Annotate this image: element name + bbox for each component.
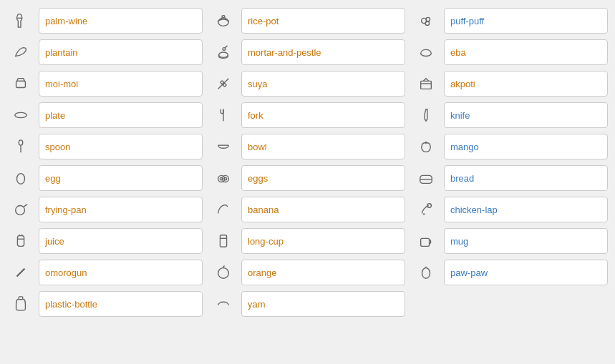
svg-rect-7 [16, 81, 26, 87]
svg-point-22 [224, 177, 227, 180]
mortar-and-pestle-icon [210, 39, 237, 66]
food-item-fork [210, 102, 405, 129]
yam-input[interactable] [241, 291, 405, 317]
svg-line-34 [17, 269, 25, 277]
paw-paw-input[interactable] [444, 260, 608, 285]
palm-wine-icon [7, 7, 34, 34]
orange-input[interactable] [241, 260, 405, 285]
svg-rect-31 [220, 235, 226, 247]
juice-icon [7, 227, 34, 255]
svg-rect-11 [421, 81, 432, 89]
svg-line-25 [24, 205, 27, 207]
bowl-input[interactable] [241, 134, 405, 159]
rice-pot-icon [210, 7, 237, 34]
svg-rect-1 [222, 16, 225, 18]
food-items-grid [7, 7, 608, 318]
moi-moi-input[interactable] [39, 71, 203, 97]
fork-input[interactable] [241, 102, 405, 128]
svg-point-4 [425, 21, 430, 25]
juice-input[interactable] [39, 228, 203, 254]
akpoti-input[interactable] [444, 71, 608, 97]
svg-point-24 [16, 206, 25, 215]
mango-icon [412, 133, 440, 160]
food-item-bowl [210, 133, 405, 160]
food-item-palm-wine [7, 7, 203, 34]
mango-input[interactable] [444, 134, 608, 159]
svg-point-6 [223, 48, 226, 51]
mug-icon [412, 227, 440, 255]
svg-point-18 [17, 174, 25, 185]
food-item-plastic-bottle [7, 290, 203, 318]
svg-point-5 [219, 52, 228, 57]
frying-pan-icon [7, 196, 34, 223]
long-cup-icon [210, 227, 237, 255]
knife-input[interactable] [444, 102, 608, 128]
long-cup-input[interactable] [241, 228, 405, 254]
fork-icon [210, 102, 237, 129]
omorogun-icon [7, 259, 34, 286]
food-item-frying-pan [7, 196, 203, 223]
bread-input[interactable] [444, 165, 608, 191]
food-item-plantain [7, 39, 203, 66]
food-item-knife [412, 102, 608, 129]
moi-moi-icon [7, 70, 34, 97]
plantain-input[interactable] [39, 39, 203, 65]
food-item-spoon [7, 133, 203, 160]
food-item-moi-moi [7, 70, 203, 97]
plastic-bottle-icon [7, 290, 34, 318]
food-item-chicken-lap [412, 196, 608, 223]
plastic-bottle-input[interactable] [39, 291, 203, 317]
food-item-suya [210, 70, 405, 97]
svg-point-12 [15, 112, 27, 117]
eggs-icon [210, 164, 237, 192]
food-item-eba [412, 39, 608, 66]
food-item-akpoti [412, 70, 608, 97]
mortar-and-pestle-input[interactable] [241, 39, 405, 65]
eba-icon [412, 39, 440, 66]
chicken-lap-icon [412, 196, 440, 223]
suya-icon [210, 70, 237, 97]
spoon-input[interactable] [39, 134, 203, 159]
paw-paw-icon [412, 259, 440, 286]
food-item-long-cup [210, 227, 405, 255]
food-item-mortar-and-pestle [210, 39, 405, 66]
yam-icon [210, 290, 237, 318]
svg-point-35 [218, 268, 229, 279]
omorogun-input[interactable] [39, 260, 203, 285]
egg-input[interactable] [39, 165, 203, 191]
food-item-yam [210, 290, 405, 318]
food-item-orange [210, 259, 405, 286]
svg-rect-33 [421, 238, 430, 246]
chicken-lap-input[interactable] [444, 197, 608, 222]
frying-pan-input[interactable] [39, 197, 203, 222]
food-item-plate [7, 102, 203, 129]
food-item-juice [7, 227, 203, 255]
plate-input[interactable] [39, 102, 203, 128]
svg-rect-27 [17, 236, 24, 247]
mug-input[interactable] [444, 228, 608, 254]
food-item-omorogun [7, 259, 203, 286]
orange-icon [210, 259, 237, 286]
plantain-icon [7, 39, 34, 66]
food-item-rice-pot [210, 7, 405, 34]
egg-icon [7, 164, 34, 192]
svg-point-36 [422, 268, 430, 279]
svg-point-15 [19, 140, 23, 145]
banana-icon [210, 196, 237, 223]
rice-pot-input[interactable] [241, 8, 405, 34]
bowl-icon [210, 133, 237, 160]
svg-line-8 [218, 79, 229, 89]
eggs-input[interactable] [241, 165, 405, 191]
banana-input[interactable] [241, 197, 405, 222]
food-item-egg [7, 164, 203, 192]
palm-wine-input[interactable] [39, 8, 203, 34]
food-item-mango [412, 133, 608, 160]
food-item-banana [210, 196, 405, 223]
puff-puff-input[interactable] [444, 8, 608, 34]
bread-icon [412, 164, 440, 192]
akpoti-icon [412, 70, 440, 97]
puff-puff-icon [412, 7, 440, 34]
eba-input[interactable] [444, 39, 608, 65]
suya-input[interactable] [241, 71, 405, 97]
knife-icon [412, 102, 440, 129]
